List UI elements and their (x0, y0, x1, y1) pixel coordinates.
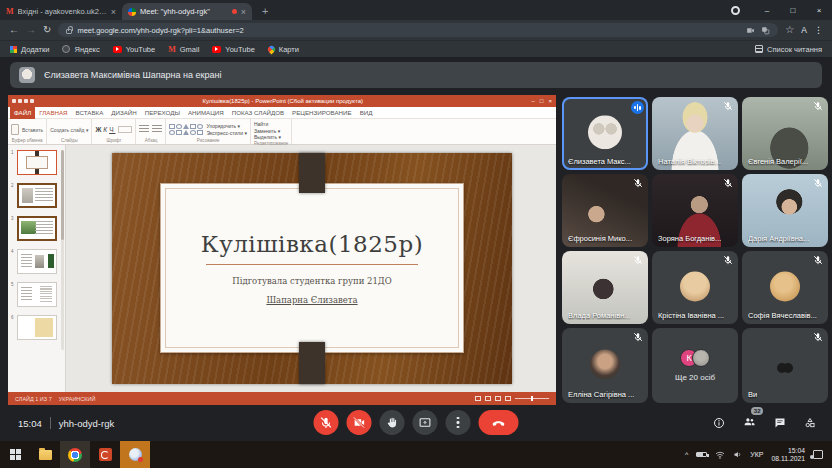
paste-label[interactable]: Вставить (22, 127, 43, 133)
bookmark-apps[interactable]: Додатки (10, 45, 49, 54)
language-indicator[interactable]: УКР (750, 451, 763, 458)
back-button[interactable]: ← (9, 25, 19, 35)
tile-you[interactable]: Ви (742, 328, 828, 403)
file-explorer-button[interactable] (30, 441, 60, 468)
ppt-minimize[interactable]: – (532, 98, 535, 104)
browser-toolbar: ← → ↻ meet.google.com/yhh-odyd-rgk?pli=1… (0, 20, 832, 40)
info-icon[interactable] (713, 417, 725, 429)
maximize-button[interactable]: □ (780, 6, 806, 15)
font-size-box[interactable] (118, 126, 132, 133)
slide-thumbnail-1[interactable]: 1 (11, 150, 57, 175)
bookmark-youtube[interactable]: YouTube (113, 45, 155, 54)
tab-close-icon[interactable]: × (241, 7, 246, 17)
volume-icon[interactable] (733, 450, 742, 459)
tile-elyzaveta[interactable]: Єлизавета Макс... (562, 97, 648, 170)
slide-thumbnail-5[interactable]: 5 (11, 282, 57, 307)
tray-expand-caret[interactable]: ^ (685, 451, 688, 458)
slideshow-view-icon[interactable] (505, 396, 511, 401)
underline-button[interactable]: Ч (109, 126, 115, 133)
translate-icon[interactable] (761, 26, 770, 35)
mic-off-button[interactable] (314, 410, 339, 435)
battery-icon[interactable] (696, 452, 707, 457)
present-button[interactable] (413, 410, 438, 435)
reload-button[interactable]: ↻ (43, 25, 51, 35)
chat-icon[interactable] (774, 417, 786, 429)
shapes-gallery[interactable] (169, 124, 203, 135)
url-text: meet.google.com/yhh-odyd-rgk?pli=1&authu… (77, 26, 243, 35)
quick-styles-button[interactable]: Экспресс-стили ▾ (206, 130, 246, 137)
close-button[interactable]: × (806, 6, 832, 15)
tile-zoryana[interactable]: Зоряна Богданів... (652, 174, 738, 247)
ppt-maximize[interactable]: □ (540, 98, 544, 104)
tile-sofia[interactable]: Софія Вячеславів... (742, 251, 828, 324)
profile-avatar[interactable]: A (801, 25, 807, 35)
more-options-button[interactable] (446, 410, 471, 435)
ppt-tab-slideshow[interactable]: ПОКАЗ СЛАЙДОВ (228, 107, 288, 119)
ppt-close[interactable]: × (548, 98, 552, 104)
tile-natalia[interactable]: Наталія Вікторів... (652, 97, 738, 170)
tile-overflow[interactable]: К Ще 20 осіб (652, 328, 738, 403)
quick-access-toolbar[interactable] (12, 99, 34, 103)
slide-thumbnail-4[interactable]: 4 (11, 249, 57, 274)
ppt-tab-transitions[interactable]: ПЕРЕХОДЫ (141, 107, 184, 119)
sorter-view-icon[interactable] (485, 396, 491, 401)
reading-view-icon[interactable] (495, 396, 501, 401)
address-bar[interactable]: meet.google.com/yhh-odyd-rgk?pli=1&authu… (58, 23, 778, 37)
new-slide-button[interactable]: Создать слайд ▾ (50, 127, 88, 133)
camera-permission-icon[interactable] (746, 26, 755, 35)
media-controls-icon[interactable] (731, 6, 740, 15)
align-icon[interactable] (152, 125, 162, 134)
ppt-tab-home[interactable]: ГЛАВНАЯ (35, 107, 71, 119)
bookmark-gmail[interactable]: MGmail (168, 45, 199, 54)
camera-off-button[interactable] (347, 410, 372, 435)
tab-meet[interactable]: Meet: "yhh-odyd-rgk" × (122, 3, 252, 20)
slide-thumbnail-6[interactable]: 6 (11, 315, 57, 340)
zoom-slider[interactable] (515, 398, 549, 399)
chrome-taskbar-button[interactable] (60, 441, 90, 468)
notifying-app-button[interactable] (120, 441, 150, 468)
ppt-tab-design[interactable]: ДИЗАЙН (107, 107, 140, 119)
bookmark-star-icon[interactable]: ☆ (785, 25, 794, 35)
tile-evgenia[interactable]: Євгенія Валерії... (742, 97, 828, 170)
minimize-button[interactable]: – (754, 6, 780, 15)
new-tab-button[interactable]: + (262, 5, 268, 17)
current-slide[interactable]: Кулішівка(1825р) Підготувала студентка г… (112, 153, 512, 384)
forward-button[interactable]: → (26, 25, 36, 35)
ppt-tab-file[interactable]: ФАЙЛ (10, 107, 35, 119)
avatar-photo (692, 349, 710, 367)
thumbnail-scrollbar[interactable] (61, 150, 64, 350)
slide-thumbnail-3[interactable]: 3 (11, 216, 57, 241)
bullet-list-icon[interactable] (139, 125, 149, 134)
bookmark-maps[interactable]: Карти (268, 45, 299, 54)
wifi-icon[interactable] (715, 451, 725, 459)
ppt-tab-view[interactable]: ВИД (356, 107, 377, 119)
overflow-avatars: К (680, 349, 710, 367)
ppt-tab-insert[interactable]: ВСТАВКА (72, 107, 108, 119)
notification-center-icon[interactable] (813, 450, 823, 459)
ppt-tab-review[interactable]: РЕЦЕНЗИРОВАНИЕ (288, 107, 356, 119)
ppt-tab-animations[interactable]: АНИМАЦИЯ (184, 107, 228, 119)
start-button[interactable] (0, 441, 30, 468)
tab-close-icon[interactable]: × (111, 7, 116, 17)
normal-view-icon[interactable] (475, 396, 481, 401)
bookmark-yandex[interactable]: Яндекс (62, 45, 99, 54)
activities-icon[interactable] (804, 417, 816, 429)
tile-vlada[interactable]: Влада Романівн... (562, 251, 648, 324)
slide-thumbnail-2[interactable]: 2 (11, 183, 57, 208)
end-call-button[interactable] (479, 410, 519, 435)
participants-button[interactable]: 32 (743, 414, 756, 432)
ppt-window-controls: – □ × (532, 98, 552, 104)
tile-ellina[interactable]: Елліна Сагірівна ... (562, 328, 648, 403)
tile-kristina[interactable]: Крістіна Іванівна ... (652, 251, 738, 324)
status-language[interactable]: УКРАИНСКИЙ (59, 396, 96, 402)
paste-icon[interactable] (11, 124, 19, 135)
reading-list-button[interactable]: Список читання (755, 45, 822, 54)
bookmark-youtube-2[interactable]: YouTube (212, 45, 254, 54)
raise-hand-button[interactable] (380, 410, 405, 435)
tab-gmail[interactable]: M Вхідні - ayakovenko.uk20@kub × (0, 3, 122, 20)
tile-efrosynia[interactable]: Єфросинія Мико... (562, 174, 648, 247)
tile-daria[interactable]: Дарія Андріївна... (742, 174, 828, 247)
tray-clock[interactable]: 15:04 08.11.2021 (771, 447, 805, 463)
powerpoint-taskbar-button[interactable] (90, 441, 120, 468)
browser-menu-icon[interactable]: ⋮ (814, 25, 823, 35)
